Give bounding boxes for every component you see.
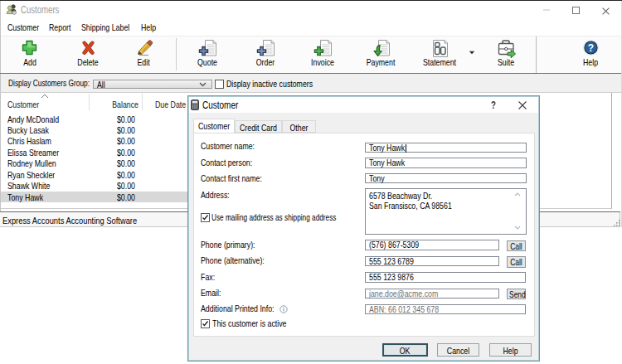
- svg-text:?: ?: [588, 42, 594, 54]
